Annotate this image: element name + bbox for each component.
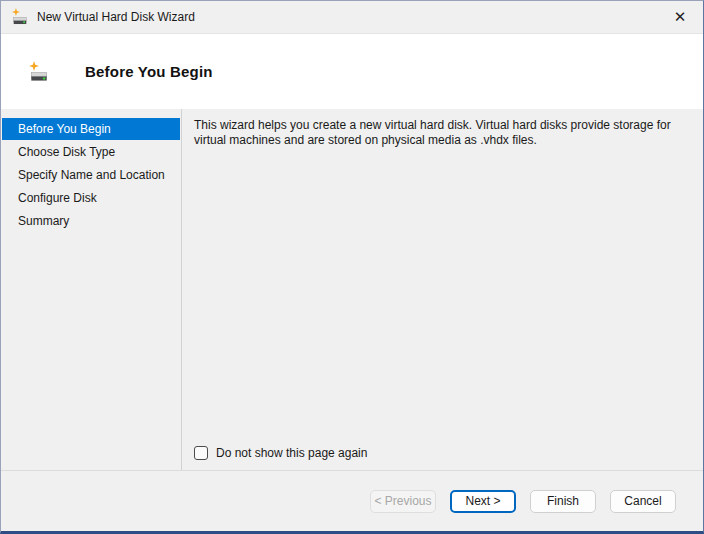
sidebar-item-before-you-begin[interactable]: Before You Begin [2, 118, 180, 140]
do-not-show-again-label: Do not show this page again [216, 446, 367, 460]
page-description: This wizard helps you create a new virtu… [194, 118, 694, 148]
title-bar: New Virtual Hard Disk Wizard ✕ [1, 1, 703, 34]
sidebar-item-choose-disk-type[interactable]: Choose Disk Type [2, 141, 180, 163]
virtual-hard-disk-page-icon [28, 61, 50, 83]
sidebar-item-configure-disk[interactable]: Configure Disk [2, 187, 180, 209]
wizard-steps-sidebar: Before You Begin Choose Disk Type Specif… [1, 109, 182, 470]
finish-button[interactable]: Finish [530, 490, 596, 513]
next-button[interactable]: Next > [450, 490, 516, 513]
wizard-body: Before You Begin Choose Disk Type Specif… [1, 109, 703, 470]
sidebar-item-specify-name-and-location[interactable]: Specify Name and Location [2, 164, 180, 186]
window-title: New Virtual Hard Disk Wizard [37, 10, 657, 24]
cancel-button[interactable]: Cancel [610, 490, 676, 513]
do-not-show-again-checkbox[interactable] [194, 446, 208, 460]
close-button[interactable]: ✕ [657, 1, 703, 33]
button-bar: < Previous Next > Finish Cancel [1, 470, 703, 531]
sidebar-item-summary[interactable]: Summary [2, 210, 180, 232]
close-icon: ✕ [674, 8, 687, 26]
wizard-window: New Virtual Hard Disk Wizard ✕ Before Yo… [0, 0, 704, 534]
page-title: Before You Begin [85, 63, 213, 80]
previous-button: < Previous [370, 490, 436, 513]
do-not-show-again-row[interactable]: Do not show this page again [194, 446, 367, 460]
virtual-hard-disk-icon [11, 8, 29, 26]
page-header: Before You Begin [1, 34, 703, 109]
wizard-page-content: This wizard helps you create a new virtu… [182, 109, 703, 470]
